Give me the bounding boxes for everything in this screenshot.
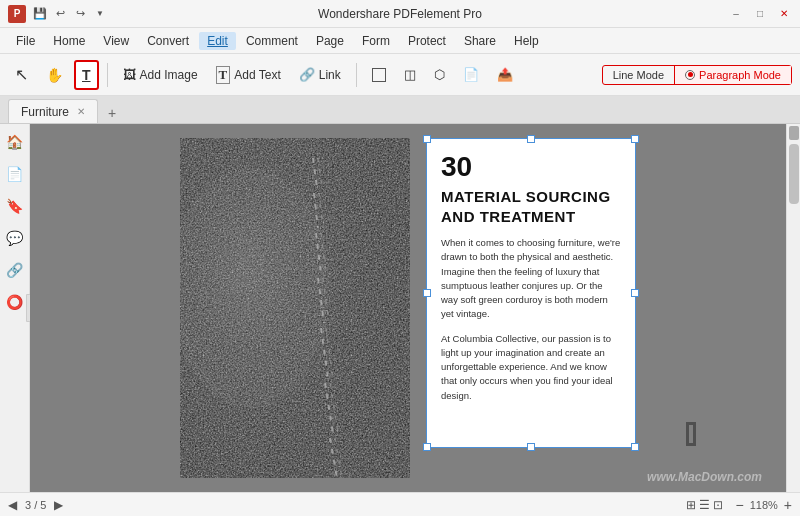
edit-tool-2[interactable]: ◫: [397, 60, 423, 90]
window-controls: – □ ✕: [728, 6, 792, 22]
add-image-label: Add Image: [140, 68, 198, 82]
edit-icon-2: ◫: [404, 67, 416, 82]
sidebar-link-icon[interactable]: 🔗: [5, 260, 25, 280]
handle-bottom-mid[interactable]: [527, 443, 535, 451]
section-title: MATERIAL SOURCING AND TREATMENT: [441, 187, 621, 226]
svg-rect-17: [686, 422, 689, 446]
paragraph-mode-button[interactable]: Paragraph Mode: [675, 66, 791, 84]
hand-icon: ✋: [46, 67, 63, 83]
title-bar-left: P 💾 ↩ ↪ ▼: [8, 5, 108, 23]
save-icon[interactable]: 💾: [32, 6, 48, 22]
menu-home[interactable]: Home: [45, 32, 93, 50]
hand-tool-button[interactable]: ✋: [39, 60, 70, 90]
link-button[interactable]: 🔗 Link: [292, 60, 348, 90]
link-icon: 🔗: [299, 67, 315, 82]
document-area: 30 MATERIAL SOURCING AND TREATMENT When …: [30, 124, 786, 492]
left-sidebar: 🏠 📄 🔖 💬 🔗 ⭕ ›: [0, 124, 30, 492]
title-bar: P 💾 ↩ ↪ ▼ Wondershare PDFelement Pro – □…: [0, 0, 800, 28]
select-tool-button[interactable]: ↖: [8, 60, 35, 90]
sidebar-bookmark-icon[interactable]: 🔖: [5, 196, 25, 216]
close-button[interactable]: ✕: [776, 6, 792, 22]
handle-top-mid[interactable]: [527, 135, 535, 143]
crop-icon: [372, 68, 386, 82]
doc-icon: 📄: [463, 67, 479, 82]
leather-texture: [180, 138, 410, 478]
next-page-button[interactable]: ▶: [54, 498, 63, 512]
sidebar-comment-icon[interactable]: 💬: [5, 228, 25, 248]
line-mode-button[interactable]: Line Mode: [603, 66, 675, 84]
quick-access-toolbar: 💾 ↩ ↪ ▼: [32, 6, 108, 22]
shape-tool[interactable]: ⬡: [427, 60, 452, 90]
cursor-icon: ↖: [15, 65, 28, 84]
menu-page[interactable]: Page: [308, 32, 352, 50]
paragraph-mode-label: Paragraph Mode: [699, 69, 781, 81]
menu-protect[interactable]: Protect: [400, 32, 454, 50]
handle-bottom-left[interactable]: [423, 443, 431, 451]
menu-bar: File Home View Convert Edit Comment Page…: [0, 28, 800, 54]
right-scrollbar[interactable]: [786, 124, 800, 492]
main-area: 🏠 📄 🔖 💬 🔗 ⭕ ›: [0, 124, 800, 492]
add-image-button[interactable]: 🖼 Add Image: [116, 60, 205, 90]
handle-mid-right[interactable]: [631, 289, 639, 297]
undo-icon[interactable]: ↩: [52, 6, 68, 22]
maximize-button[interactable]: □: [752, 6, 768, 22]
handle-mid-left[interactable]: [423, 289, 431, 297]
export-tool[interactable]: 📤: [490, 60, 520, 90]
menu-form[interactable]: Form: [354, 32, 398, 50]
dropdown-icon[interactable]: ▼: [92, 6, 108, 22]
sidebar-home-icon[interactable]: 🏠: [5, 132, 25, 152]
zoom-out-button[interactable]: −: [735, 497, 743, 513]
menu-help[interactable]: Help: [506, 32, 547, 50]
list-view-icon[interactable]: ☰: [699, 498, 710, 512]
text-cursor-icon: [686, 422, 706, 452]
menu-convert[interactable]: Convert: [139, 32, 197, 50]
add-text-button[interactable]: T Add Text: [209, 60, 288, 90]
view-icons: ⊞ ☰ ⊡: [686, 498, 723, 512]
grid-view-icon[interactable]: ⊞: [686, 498, 696, 512]
menu-share[interactable]: Share: [456, 32, 504, 50]
separator-2: [356, 63, 357, 87]
menu-comment[interactable]: Comment: [238, 32, 306, 50]
tab-close-button[interactable]: ✕: [77, 106, 85, 117]
sidebar-pages-icon[interactable]: 📄: [5, 164, 25, 184]
scroll-up-arrow[interactable]: [789, 126, 799, 140]
tab-bar: Furniture ✕ +: [0, 96, 800, 124]
zoom-in-button[interactable]: +: [784, 497, 792, 513]
page-number: 30: [441, 151, 621, 183]
page-navigation: ◀ 3 / 5 ▶: [8, 498, 63, 512]
new-tab-button[interactable]: +: [102, 103, 122, 123]
line-mode-label: Line Mode: [613, 69, 664, 81]
app-title: Wondershare PDFelement Pro: [318, 7, 482, 21]
shape-icon: ⬡: [434, 67, 445, 82]
paragraph-mode-radio: [685, 70, 695, 80]
minimize-button[interactable]: –: [728, 6, 744, 22]
scroll-thumb[interactable]: [789, 144, 799, 204]
page-content: 30 MATERIAL SOURCING AND TREATMENT When …: [164, 124, 652, 492]
sidebar-circle-icon[interactable]: ⭕: [5, 292, 25, 312]
add-text-icon: T: [216, 66, 231, 84]
fit-icon[interactable]: ⊡: [713, 498, 723, 512]
watermark: www.MacDown.com: [647, 470, 762, 484]
status-right: ⊞ ☰ ⊡ − 118% +: [686, 497, 792, 513]
add-text-label: Add Text: [234, 68, 280, 82]
zoom-level: 118%: [750, 499, 778, 511]
export-icon: 📤: [497, 67, 513, 82]
redo-icon[interactable]: ↪: [72, 6, 88, 22]
body-text-2: At Columbia Collective, our passion is t…: [441, 332, 621, 403]
menu-edit[interactable]: Edit: [199, 32, 236, 50]
crop-tool-button[interactable]: [365, 60, 393, 90]
separator-1: [107, 63, 108, 87]
editing-mode-group: Line Mode Paragraph Mode: [602, 65, 792, 85]
image-icon: 🖼: [123, 67, 136, 82]
svg-rect-20: [693, 422, 696, 446]
handle-bottom-right[interactable]: [631, 443, 639, 451]
edit-text-tool-button[interactable]: T: [74, 60, 99, 90]
prev-page-button[interactable]: ◀: [8, 498, 17, 512]
doc-tool[interactable]: 📄: [456, 60, 486, 90]
menu-file[interactable]: File: [8, 32, 43, 50]
menu-view[interactable]: View: [95, 32, 137, 50]
furniture-tab[interactable]: Furniture ✕: [8, 99, 98, 123]
handle-top-right[interactable]: [631, 135, 639, 143]
link-label: Link: [319, 68, 341, 82]
handle-top-left[interactable]: [423, 135, 431, 143]
